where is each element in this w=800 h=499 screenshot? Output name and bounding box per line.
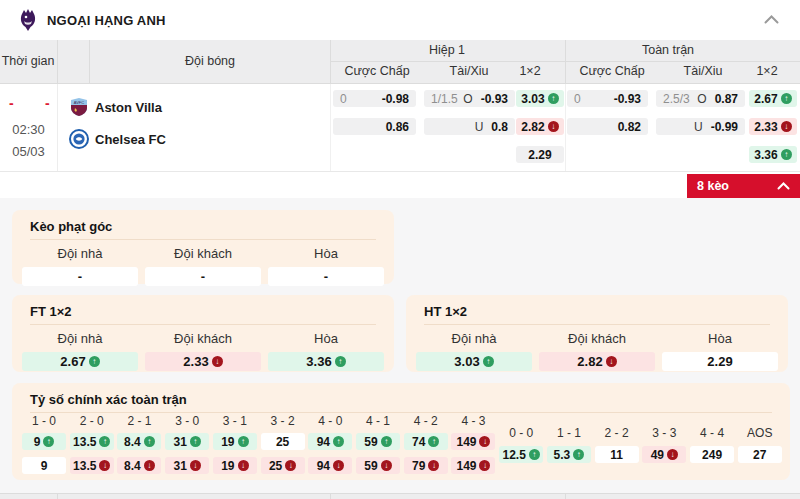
odds-down-icon: ↓ [285,460,296,471]
score-column: 3 - 1 19↑ 19↓ [213,414,257,474]
ft-home-odds[interactable]: 2.67 ↑ [22,352,138,371]
draw-label: Hòa [268,246,384,261]
away-label: Đội khách [539,331,655,346]
score-odds[interactable]: 25 [261,433,305,450]
chevron-up-icon [777,182,790,190]
score-odds[interactable]: 13.5↓ [70,457,114,474]
odds-down-icon: ↓ [212,356,223,367]
score-odds[interactable]: 8.4↑ [117,433,161,450]
corner-away-odds: - [145,267,261,286]
score-odds[interactable]: 149↓ [451,457,495,474]
ft-over[interactable]: 2.5/3 O 0.87 [656,90,745,107]
betting-odds-page: NGOẠI HẠNG ANH Thời gian Đội bóng Hiệp 1… [0,0,800,499]
col-handicap-h1: Cược Chấp [344,64,409,78]
col-time: Thời gian [2,54,55,68]
away-score: - [45,95,50,111]
score-odds[interactable]: 19↑ [213,433,257,450]
ht-home-odds[interactable]: 3.03 ↑ [416,352,532,371]
score-column-draw: 4 - 4 249 [690,414,734,474]
home-label: Đội nhà [22,331,138,346]
score-odds[interactable]: 9↑ [22,433,66,450]
draw-label: Hòa [268,331,384,346]
collapse-chevron-up-icon[interactable] [763,14,780,25]
league-title: NGOẠI HẠNG ANH [47,13,166,28]
odds-up-icon: ↑ [333,436,344,447]
odds-down-icon: ↓ [144,460,155,471]
score-odds[interactable]: 12.5↑ [499,446,543,463]
score-odds[interactable]: 79↓ [404,457,448,474]
score-odds[interactable]: 249 [690,446,734,463]
score-odds[interactable]: 94↑ [308,433,352,450]
score-odds[interactable]: 149↓ [451,433,495,450]
odds-up-icon: ↑ [89,356,100,367]
score-odds[interactable]: 74↑ [404,433,448,450]
league-header[interactable]: NGOẠI HẠNG ANH [0,0,800,40]
ht-1x2-panel: HT 1×2 Đội nhà 3.03 ↑ Đội khách 2.82 ↓ H… [406,295,788,372]
odds-up-icon: ↑ [428,436,439,447]
score-column: 2 - 1 8.4↑ 8.4↓ [117,414,161,474]
corner-home-odds: - [22,267,138,286]
ft-handicap-away[interactable]: 0.82 [567,118,648,135]
score-odds[interactable]: 59↑ [356,433,400,450]
odds-up-icon: ↑ [573,449,584,460]
col-handicap-ft: Cược Chấp [579,64,644,78]
score-odds[interactable]: 13.5↑ [70,433,114,450]
ft-under[interactable]: U -0.99 [656,118,745,135]
ft-1x2-draw[interactable]: 3.36 ↑ [749,146,797,163]
premier-league-logo [18,8,38,32]
odds-up-icon: ↑ [529,449,540,460]
odds-up-icon: ↑ [483,356,494,367]
score-odds[interactable]: 27 [738,446,782,463]
score-odds[interactable]: 8.4↓ [117,457,161,474]
score-odds[interactable]: 94↓ [308,457,352,474]
score-odds[interactable]: 59↓ [356,457,400,474]
corner-panel-title: Kèo phạt góc [12,210,394,239]
score-odds[interactable]: 9 [22,457,66,474]
h1-handicap-home[interactable]: 0 -0.98 [333,90,416,107]
odds-up-icon: ↑ [781,93,792,104]
ht-away-odds[interactable]: 2.82 ↓ [539,352,655,371]
h1-under[interactable]: U 0.8 [424,118,515,135]
odds-down-icon: ↓ [99,460,110,471]
score-odds[interactable]: 49↓ [642,446,686,463]
ft-1x2-away[interactable]: 2.33 ↓ [749,118,797,135]
score-odds[interactable]: 19↓ [213,457,257,474]
ft-away-odds[interactable]: 2.33 ↓ [145,352,261,371]
odds-up-icon: ↑ [548,93,559,104]
h1-over[interactable]: 1/1.5 O -0.93 [424,90,515,107]
h1-handicap-away[interactable]: 0.86 [333,118,416,135]
score-odds[interactable]: 31↑ [165,433,209,450]
h1-1x2-away[interactable]: 2.82 ↓ [516,118,564,135]
odds-down-icon: ↓ [238,460,249,471]
odds-down-icon: ↓ [381,460,392,471]
ft-1x2-home[interactable]: 2.67 ↑ [749,90,797,107]
home-label: Đội nhà [416,331,532,346]
score-panel-title: Tỷ số chính xác toàn trận [12,383,790,412]
match-row[interactable]: - - 02:30 05/03 AVFC Aston Villa Chelsea… [0,84,800,171]
score-odds[interactable]: 5.3↑ [547,446,591,463]
odds-down-icon: ↓ [781,121,792,132]
col-overunder-ft: Tài/Xiu [684,64,723,78]
h1-1x2-home[interactable]: 3.03 ↑ [516,90,564,107]
match-date: 05/03 [0,144,57,159]
score-odds[interactable]: 11 [595,446,639,463]
odds-down-icon: ↓ [548,121,559,132]
ft-handicap-home[interactable]: 0 -0.93 [567,90,648,107]
score-column: 2 - 0 13.5↑ 13.5↓ [70,414,114,474]
score-odds[interactable]: 31↓ [165,457,209,474]
score-column: 4 - 3 149↓ 149↓ [451,414,495,474]
odds-up-icon: ↑ [381,436,392,447]
score-column-draw: AOS 27 [738,414,782,474]
score-odds[interactable]: 25↓ [261,457,305,474]
ft-draw-odds[interactable]: 3.36 ↑ [268,352,384,371]
h1-1x2-draw[interactable]: 2.29 [516,146,564,163]
ht-panel-title: HT 1×2 [406,295,788,324]
score-column: 4 - 2 74↑ 79↓ [404,414,448,474]
home-team-name[interactable]: Aston Villa [95,100,162,115]
away-team-name[interactable]: Chelsea FC [95,132,166,147]
expand-odds-button[interactable]: 8 kèo [687,174,800,198]
ht-draw-odds[interactable]: 2.29 [662,352,778,371]
col-1x2-ft: 1×2 [756,64,777,78]
col-first-half: Hiệp 1 [429,43,465,57]
odds-up-icon: ↑ [190,436,201,447]
